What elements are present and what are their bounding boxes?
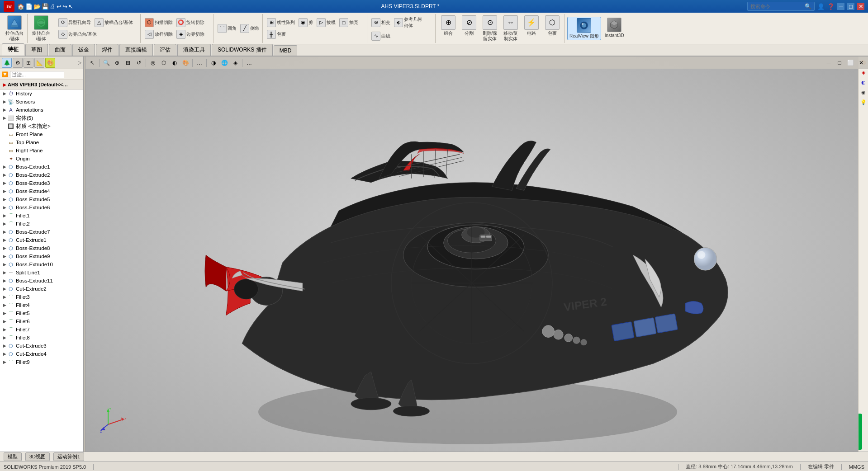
display-style-button[interactable]: ⬡	[159, 58, 169, 68]
tree-item[interactable]: ▶ ⬡ Boss-Extrude2	[0, 171, 83, 179]
tree-item[interactable]: ▶ ⬡ Boss-Extrude1	[0, 163, 83, 171]
tree-item[interactable]: ▶ ⬡ Cut-Extrude3	[0, 342, 83, 350]
3d-viewport[interactable]: ↖ 🔍 ⊕ ⊞ ↺ ◎ ⬡ ◐ 🎨 … ◑ 🌐 ◈ … ─ □ ⬜ ✕	[85, 57, 868, 452]
tree-item[interactable]: ▶ ⬡ Boss-Extrude6	[0, 203, 83, 212]
viewport-close-button[interactable]: ✕	[856, 58, 866, 68]
tab-motion-study[interactable]: 运动算例1	[53, 452, 84, 461]
viewport-min-button[interactable]: ─	[824, 58, 834, 68]
cut-loft-button[interactable]: ◈边界切除	[175, 29, 206, 40]
electric-button[interactable]: ⚡ 电路	[522, 14, 541, 42]
tree-expand-icon[interactable]: ▶	[2, 245, 7, 251]
tree-root-label[interactable]: AHS VIPER3 (Default<<Default<	[8, 82, 71, 87]
wrap-button[interactable]: ⬡ 包覆	[542, 14, 562, 42]
tree-item[interactable]: ▶ ⌒ Fillet2	[0, 220, 83, 228]
tree-item[interactable]: ▭ Top Plane	[0, 138, 83, 146]
tree-expand-icon[interactable]: ▶	[2, 351, 7, 357]
tree-expand-icon[interactable]: ▶	[2, 213, 7, 218]
lighting-button[interactable]: ◑	[209, 58, 218, 68]
tree-expand-icon[interactable]: ▶	[2, 197, 7, 202]
fillet-button[interactable]: ⌒圆角	[216, 23, 238, 34]
tree-item[interactable]: ▶ 📡 Sensors	[0, 98, 83, 106]
sweep-button[interactable]: ⟳异型孔向导	[57, 17, 92, 28]
open-icon[interactable]: 📂	[33, 3, 41, 10]
tree-expand-icon[interactable]: ▶	[2, 99, 7, 104]
new-icon[interactable]: 📄	[25, 3, 33, 10]
tree-expand-icon[interactable]: ▶	[2, 294, 7, 300]
curves-button[interactable]: ∿曲线	[370, 31, 392, 42]
tree-item[interactable]: ▶ ⏱ History	[0, 89, 83, 98]
cut-sweep-button[interactable]: ◁放样切除	[143, 29, 174, 40]
revolve-button[interactable]: 旋转凸台/基体	[30, 14, 52, 42]
close-button[interactable]: ✕	[857, 3, 864, 10]
tree-item[interactable]: ▶ ⌒ Fillet6	[0, 317, 83, 325]
tab-sketch[interactable]: 草图	[25, 44, 48, 56]
tree-item[interactable]: ▶ ⌒ Fillet8	[0, 334, 83, 342]
tree-expand-icon[interactable]: ▶	[2, 319, 7, 324]
viewport-restore-button[interactable]: □	[835, 58, 844, 68]
cursor-icon[interactable]: ↖	[68, 3, 73, 10]
cut-extrude-button[interactable]: ⬡扫描切除	[143, 17, 174, 28]
tree-item[interactable]: ▶ ⌒ Fillet4	[0, 301, 83, 309]
split-button[interactable]: ⊘ 分割	[459, 14, 479, 42]
tree-expand-icon[interactable]: ▶	[2, 229, 7, 235]
boundary-button[interactable]: ◇边界凸台/基体	[57, 29, 98, 40]
tab-evaluate[interactable]: 评估	[154, 44, 176, 56]
lights-btn[interactable]: 💡	[859, 98, 868, 106]
draft-button[interactable]: ▷拔模	[315, 17, 337, 28]
tree-item[interactable]: ▶ ⬡ Boss-Extrude3	[0, 179, 83, 187]
tree-item[interactable]: ▭ Right Plane	[0, 146, 83, 155]
chamfer-button[interactable]: ╱倒角	[239, 23, 261, 34]
linear-pattern-button[interactable]: ⊞线性阵列	[266, 17, 296, 28]
tab-directedit[interactable]: 直接编辑	[119, 44, 153, 56]
tree-item[interactable]: ▶ ⬡ Cut-Extrude1	[0, 236, 83, 244]
tree-item[interactable]: ▶ ⬡ Cut-Extrude2	[0, 285, 83, 293]
user-icon[interactable]: 👤	[817, 3, 825, 10]
print-icon[interactable]: 🖨	[50, 3, 56, 10]
redo-icon[interactable]: ↪	[62, 3, 67, 10]
tab-rendertool[interactable]: 渲染工具	[177, 44, 211, 56]
appearance-btn[interactable]: ◈	[859, 68, 868, 76]
home-icon[interactable]: 🏠	[17, 3, 24, 10]
feature-manager-icon[interactable]: 🌲	[2, 58, 12, 68]
tree-expand-icon[interactable]: ▶	[2, 359, 7, 365]
tree-expand-icon[interactable]: ▶	[2, 188, 7, 194]
save-icon[interactable]: 💾	[42, 3, 49, 10]
tree-item[interactable]: ▶ ⌒ Fillet9	[0, 358, 83, 366]
min-button[interactable]: ─	[837, 3, 844, 10]
config-manager-icon[interactable]: ⊞	[24, 58, 33, 68]
decals-btn[interactable]: ◉	[859, 88, 868, 96]
tree-item[interactable]: ▶ ⌒ Fillet5	[0, 309, 83, 317]
tree-expand-icon[interactable]: ▶	[2, 164, 7, 170]
hide-show-button[interactable]: ◐	[170, 58, 180, 68]
circular-pattern-button[interactable]: ◉剪	[297, 17, 314, 28]
tab-features[interactable]: 特征	[2, 43, 24, 56]
tab-mbd[interactable]: MBD	[274, 45, 298, 56]
zoom-to-fit-button[interactable]: 🔍	[101, 58, 111, 68]
tree-expand-icon[interactable]: ▶	[2, 237, 7, 243]
tree-expand-icon[interactable]: ▶	[2, 343, 7, 349]
tree-item[interactable]: ▶ ⬜ 实体(5)	[0, 114, 83, 122]
tree-expand-icon[interactable]: ▶	[2, 302, 7, 308]
tree-expand-icon[interactable]: ▶	[2, 180, 7, 186]
expand-panel-icon[interactable]: ▷	[78, 60, 81, 66]
search-icon[interactable]: 🔍	[805, 3, 811, 9]
tree-expand-icon[interactable]: ▶	[2, 311, 7, 316]
tree-item[interactable]: ▶ ⬡ Boss-Extrude4	[0, 187, 83, 195]
tree-item[interactable]: ▶ ⬡ Boss-Extrude11	[0, 277, 83, 285]
tree-item[interactable]: ✦ Origin	[0, 155, 83, 163]
tree-expand-icon[interactable]: ▶	[2, 205, 7, 210]
tree-expand-icon[interactable]: ▶	[2, 115, 7, 121]
loft-button[interactable]: △放样凸台/基体	[93, 17, 134, 28]
tree-item[interactable]: ▶ ─ Split Line1	[0, 268, 83, 277]
appearances-icon[interactable]: 🎨	[45, 58, 55, 68]
rib-button[interactable]: ╫包覆	[266, 29, 287, 40]
zoom-in-button[interactable]: ⊕	[112, 58, 122, 68]
cut-revolve-button[interactable]: ⭕旋转切除	[175, 17, 206, 28]
combine-button[interactable]: ⊕ 组合	[438, 14, 458, 42]
view-more-button[interactable]: …	[194, 58, 204, 68]
tree-expand-icon[interactable]: ▶	[2, 91, 7, 96]
tree-item[interactable]: ▭ Front Plane	[0, 130, 83, 138]
tree-expand-icon[interactable]: ▶	[2, 107, 7, 113]
property-manager-icon[interactable]: ⚙	[13, 58, 23, 68]
tree-expand-icon[interactable]: ▶	[2, 286, 7, 292]
